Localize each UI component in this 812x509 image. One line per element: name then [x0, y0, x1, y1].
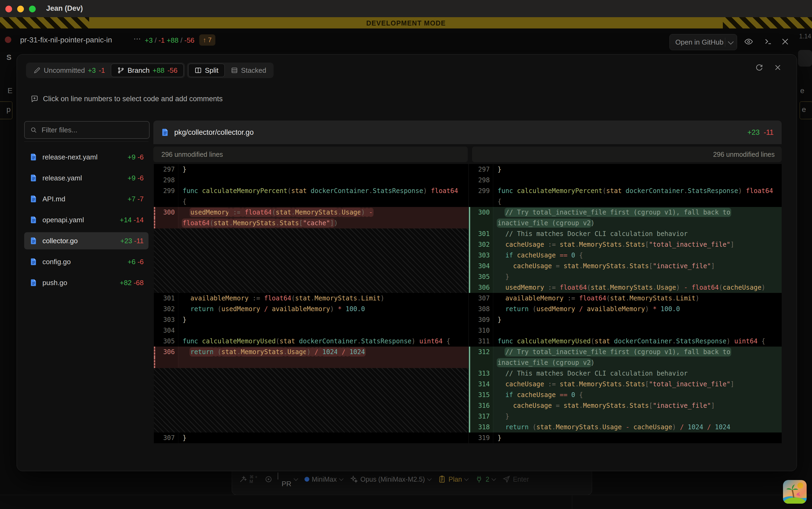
- mode-selector[interactable]: Plan: [438, 475, 468, 483]
- tab-split[interactable]: Split: [188, 64, 225, 77]
- file-row-config.go[interactable]: config.go+6 -6: [24, 253, 148, 270]
- more-actions-button[interactable]: ⋯: [133, 34, 141, 43]
- diff-code-row: 302 return (usedMemory / availableMemory…: [154, 304, 468, 314]
- traffic-light-zoom[interactable]: [29, 6, 36, 12]
- diff-code-row: 301 // This matches Docker CLI calculati…: [469, 229, 782, 239]
- magic-wand-icon: [239, 475, 247, 483]
- pr-mode-label: PR: [282, 480, 291, 488]
- code-text: [493, 325, 498, 336]
- terminal-button[interactable]: [762, 35, 775, 48]
- line-number[interactable]: 303: [470, 250, 493, 261]
- diff-spacer-row: [154, 422, 468, 433]
- line-number[interactable]: 304: [470, 261, 493, 271]
- palm-island-app-icon[interactable]: [783, 480, 807, 504]
- line-number[interactable]: 302: [155, 304, 178, 314]
- line-number[interactable]: 298: [470, 175, 493, 185]
- comment-hint: Click on line numbers to select code and…: [30, 95, 223, 103]
- line-number[interactable]: 308: [470, 304, 493, 314]
- code-text: if cacheUsage == 0 {: [493, 250, 583, 261]
- line-number[interactable]: 297: [470, 164, 493, 175]
- send-button[interactable]: Enter: [502, 475, 529, 483]
- model-selector[interactable]: Opus (MiniMax-M2.5): [350, 475, 431, 483]
- line-number[interactable]: 301: [155, 293, 178, 304]
- unmodified-lines-right[interactable]: 296 unmodified lines: [472, 146, 782, 162]
- line-number[interactable]: 317: [470, 411, 493, 422]
- line-number[interactable]: 305: [155, 336, 178, 347]
- unmodified-lines-left[interactable]: 296 unmodified lines: [153, 146, 468, 162]
- line-number[interactable]: 299: [155, 185, 178, 196]
- line-number[interactable]: [155, 357, 178, 368]
- file-change-counts: +82 -68: [120, 279, 144, 287]
- file-row-API.md[interactable]: API.md+7 -7: [24, 190, 148, 207]
- close-icon[interactable]: [774, 63, 782, 72]
- file-row-openapi.yaml[interactable]: openapi.yaml+14 -14: [24, 211, 148, 229]
- provider-selector[interactable]: MiniMax: [305, 475, 343, 483]
- line-number[interactable]: 307: [155, 433, 178, 443]
- file-row-collector.go[interactable]: collector.go+23 -11: [24, 232, 148, 249]
- chevron-down-icon[interactable]: [728, 39, 734, 44]
- refresh-icon[interactable]: [755, 63, 764, 72]
- file-row-push.go[interactable]: push.go+82 -68: [24, 274, 148, 291]
- tab-branch[interactable]: Branch +88 -56: [111, 64, 184, 77]
- file-name: push.go: [42, 279, 120, 287]
- file-filter-input[interactable]: [41, 126, 139, 135]
- line-number[interactable]: 306: [155, 347, 178, 357]
- file-row-release-next.yaml[interactable]: release-next.yaml+9 -6: [24, 148, 148, 166]
- provider-label: MiniMax: [312, 475, 337, 483]
- line-number[interactable]: 310: [470, 325, 493, 336]
- line-number[interactable]: 316: [470, 400, 493, 411]
- line-number[interactable]: 307: [470, 293, 493, 304]
- line-number[interactable]: [470, 218, 493, 229]
- line-number[interactable]: 319: [470, 433, 493, 443]
- line-number[interactable]: 298: [155, 175, 178, 185]
- line-number[interactable]: 309: [470, 314, 493, 325]
- line-number[interactable]: 299: [470, 185, 493, 196]
- line-number[interactable]: 303: [155, 314, 178, 325]
- code-text: }: [493, 433, 501, 443]
- line-number[interactable]: [155, 218, 178, 229]
- open-in-github-button[interactable]: Open in GitHub: [669, 34, 737, 50]
- line-number[interactable]: [155, 196, 178, 207]
- status-dot: [5, 36, 11, 43]
- line-number[interactable]: 318: [470, 422, 493, 433]
- app-window: Jean (Dev) DEVELOPMENT MODE pr-31-fix-ni…: [0, 0, 812, 509]
- line-number[interactable]: 312: [470, 347, 493, 357]
- line-number[interactable]: 302: [470, 239, 493, 250]
- diff-code-row: {: [154, 196, 468, 207]
- diff-code-row: 307 availableMemory := float64(stat.Memo…: [469, 293, 782, 304]
- bg-fragment-e2: e: [800, 87, 805, 95]
- comment-hint-text: Click on line numbers to select code and…: [43, 95, 223, 103]
- tab-stacked[interactable]: Stacked: [225, 64, 272, 77]
- line-number[interactable]: 301: [470, 229, 493, 239]
- agent-count-selector[interactable]: 2: [475, 475, 496, 483]
- line-number[interactable]: 314: [470, 379, 493, 389]
- close-pr-button[interactable]: [778, 35, 792, 48]
- line-number[interactable]: 304: [155, 325, 178, 336]
- traffic-light-close[interactable]: [5, 6, 12, 12]
- line-number[interactable]: [470, 357, 493, 368]
- push-count-badge[interactable]: ↑ 7: [199, 34, 215, 46]
- traffic-light-minimize[interactable]: [17, 6, 24, 12]
- line-number[interactable]: 313: [470, 368, 493, 379]
- code-text: return (usedMemory / availableMemory) * …: [178, 304, 365, 314]
- line-number[interactable]: 306: [470, 282, 493, 293]
- line-number[interactable]: [470, 196, 493, 207]
- file-row-release.yaml[interactable]: release.yaml+9 -6: [24, 169, 148, 186]
- watch-button[interactable]: [742, 35, 755, 48]
- pr-mode-button[interactable]: PR: [265, 471, 298, 488]
- diff-code-row: 316 cacheUsage = stat.MemoryStats.Stats[…: [469, 400, 782, 411]
- line-number[interactable]: 311: [470, 336, 493, 347]
- line-number[interactable]: 315: [470, 389, 493, 400]
- code-text: }: [493, 411, 509, 422]
- paper-plane-icon: [502, 475, 510, 483]
- line-number[interactable]: 300: [470, 207, 493, 218]
- code-text: cacheUsage = stat.MemoryStats.Stats["ina…: [493, 400, 715, 411]
- line-number[interactable]: 300: [155, 207, 178, 218]
- tab-uncommitted[interactable]: Uncommitted +3 -1: [27, 64, 111, 77]
- magic-wand-button[interactable]: ⌘ +M: [239, 475, 258, 484]
- chevron-down-icon: [492, 477, 496, 481]
- code-text: }: [178, 314, 187, 325]
- provider-dot-icon: [305, 477, 309, 482]
- line-number[interactable]: 297: [155, 164, 178, 175]
- line-number[interactable]: 305: [470, 271, 493, 282]
